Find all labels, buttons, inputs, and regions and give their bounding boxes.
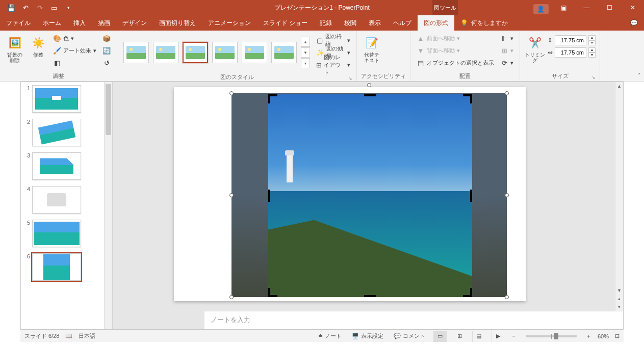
tell-me-search[interactable]: 💡何をしますか xyxy=(454,15,514,31)
redo-button[interactable]: ↷ xyxy=(34,2,46,14)
resize-handle-tr[interactable] xyxy=(505,91,509,95)
slide-thumbnail-4[interactable]: 4 xyxy=(21,183,112,217)
share-button[interactable]: 💬 xyxy=(624,15,644,31)
ribbon-display-options-button[interactable]: ▣ xyxy=(552,0,575,15)
gallery-down-button[interactable]: ▼ xyxy=(301,47,310,58)
reset-picture-button[interactable]: ↺ xyxy=(100,57,113,68)
tab-help[interactable]: ヘルプ xyxy=(387,15,418,31)
tab-record[interactable]: 記録 xyxy=(314,15,338,31)
normal-view-button[interactable]: ▭ xyxy=(433,331,447,342)
resize-handle-ml[interactable] xyxy=(229,193,234,197)
tab-slideshow[interactable]: スライド ショー xyxy=(257,15,314,31)
next-slide-button[interactable]: ▾ xyxy=(615,303,623,311)
compress-pictures-button[interactable]: 📦 xyxy=(100,33,113,44)
display-settings-button[interactable]: 🖥️表示設定 xyxy=(350,331,385,342)
gallery-up-button[interactable]: ▲ xyxy=(301,37,310,47)
zoom-in-button[interactable]: ＋ xyxy=(586,332,591,340)
corrections-button[interactable]: ☀️ 修整 xyxy=(28,33,49,58)
resize-handle-tl[interactable] xyxy=(229,91,234,95)
send-backward-button[interactable]: ▼背面へ移動 ▾ xyxy=(415,45,496,56)
slide-thumbnail-6[interactable]: 6 xyxy=(21,250,112,284)
picture-style-5[interactable] xyxy=(242,42,267,63)
slide-indicator[interactable]: スライド 6/28 xyxy=(24,332,59,340)
tab-home[interactable]: ホーム xyxy=(37,15,67,31)
minimize-button[interactable]: ― xyxy=(575,0,598,15)
resize-handle-mr[interactable] xyxy=(505,193,509,197)
artistic-effects-button[interactable]: 🖌️アート効果 ▾ xyxy=(51,45,98,56)
slide-canvas[interactable] xyxy=(174,87,526,301)
picture-style-1[interactable] xyxy=(123,42,149,63)
spellcheck-icon[interactable]: 📖 xyxy=(65,333,72,339)
rotate-handle[interactable] xyxy=(367,83,371,87)
align-button[interactable]: ⊫▾ xyxy=(498,33,516,44)
language-indicator[interactable]: 日本語 xyxy=(79,332,95,340)
notes-toggle-button[interactable]: ≐ノート xyxy=(316,331,344,342)
slide-thumbnail-5[interactable]: 5 xyxy=(21,217,112,250)
width-up[interactable]: ▲ xyxy=(588,47,596,52)
group-picture-styles: ▲ ▼ ▾ ▢図の枠線 ▾ ✨図の効果 ▾ ⊞図のレイアウト ▾ 図のスタイル↘ xyxy=(117,31,357,81)
size-dialog-launcher[interactable]: ↘ xyxy=(591,75,596,80)
height-up[interactable]: ▲ xyxy=(588,35,596,40)
slideshow-view-button[interactable]: ▶ xyxy=(492,331,505,342)
picture-border-button[interactable]: ▢図の枠線 ▾ xyxy=(314,35,352,46)
change-picture-button[interactable]: 🔄 xyxy=(100,45,113,56)
width-input[interactable] xyxy=(555,47,586,58)
transparency-button[interactable]: ◧ xyxy=(51,57,98,68)
close-button[interactable]: ✕ xyxy=(621,0,644,15)
picture-style-4[interactable] xyxy=(212,42,238,63)
styles-dialog-launcher[interactable]: ↘ xyxy=(348,76,352,81)
bring-forward-button[interactable]: ▲前面へ移動 ▾ xyxy=(415,33,496,44)
prev-slide-button[interactable]: ▴ xyxy=(615,295,623,303)
slide-thumbnail-3[interactable]: 3 xyxy=(21,149,112,183)
height-input[interactable] xyxy=(555,35,586,45)
color-button[interactable]: 🎨色 ▾ xyxy=(51,33,98,44)
slide-editor[interactable]: ▲ ▼ ▴ ▾ ノートを入力 xyxy=(113,82,623,329)
tab-draw[interactable]: 描画 xyxy=(92,15,116,31)
resize-handle-br[interactable] xyxy=(505,295,509,299)
reading-view-button[interactable]: ▤ xyxy=(472,331,485,342)
picture-style-3[interactable] xyxy=(183,42,208,63)
fit-to-window-button[interactable]: ⊡ xyxy=(615,333,620,339)
collapse-ribbon-button[interactable]: ˄ xyxy=(638,72,641,79)
save-button[interactable]: 💾 xyxy=(5,2,17,14)
undo-button[interactable]: ↶ xyxy=(19,2,32,14)
crop-button[interactable]: ✂️ トリミング xyxy=(524,33,546,63)
picture-style-2[interactable] xyxy=(153,42,178,63)
thumbnails-scrollbar[interactable] xyxy=(104,82,112,329)
height-down[interactable]: ▼ xyxy=(588,40,596,45)
rotate-button[interactable]: ⟳▾ xyxy=(498,57,516,68)
remove-background-button[interactable]: 🖼️ 背景の削除 xyxy=(4,33,25,63)
zoom-out-button[interactable]: － xyxy=(511,332,517,340)
tab-design[interactable]: デザイン xyxy=(116,15,153,31)
gallery-more-button[interactable]: ▾ xyxy=(301,58,310,68)
zoom-percentage[interactable]: 60% xyxy=(598,333,609,339)
tab-review[interactable]: 校閲 xyxy=(338,15,363,31)
zoom-slider[interactable] xyxy=(526,335,577,337)
width-down[interactable]: ▼ xyxy=(588,52,596,58)
selection-pane-button[interactable]: ▤オブジェクトの選択と表示 xyxy=(415,57,496,68)
alt-text-button[interactable]: 📝 代替テキスト xyxy=(361,33,382,63)
scroll-down-button[interactable]: ▼ xyxy=(615,286,623,295)
maximize-button[interactable]: ☐ xyxy=(598,0,621,15)
notes-pane[interactable]: ノートを入力 xyxy=(204,311,623,329)
tab-animations[interactable]: アニメーション xyxy=(202,15,257,31)
tab-insert[interactable]: 挿入 xyxy=(67,15,92,31)
scroll-up-button[interactable]: ▲ xyxy=(615,82,623,90)
picture-style-6[interactable] xyxy=(271,42,297,63)
picture-layout-button[interactable]: ⊞図のレイアウト ▾ xyxy=(314,59,352,70)
slide-thumbnail-2[interactable]: 2 xyxy=(21,116,112,149)
tab-file[interactable]: ファイル xyxy=(0,15,37,31)
group-objects-button[interactable]: ⊞▾ xyxy=(498,45,516,56)
start-from-beginning-button[interactable]: ▭ xyxy=(48,2,60,14)
account-button[interactable]: 👤 xyxy=(529,0,552,15)
qat-customize-button[interactable]: ▾ xyxy=(62,2,74,14)
comments-button[interactable]: 💬コメント xyxy=(392,331,427,342)
selected-picture[interactable] xyxy=(231,93,507,297)
tab-picture-format[interactable]: 図の形式 xyxy=(418,15,454,31)
slide-thumbnail-1[interactable]: 1 xyxy=(21,82,112,116)
tab-view[interactable]: 表示 xyxy=(363,15,387,31)
tab-transitions[interactable]: 画面切り替え xyxy=(153,15,202,31)
slide-sorter-view-button[interactable]: ⊞ xyxy=(453,331,466,342)
resize-handle-bl[interactable] xyxy=(229,295,234,299)
editor-vertical-scrollbar[interactable]: ▲ ▼ ▴ ▾ xyxy=(615,82,623,311)
